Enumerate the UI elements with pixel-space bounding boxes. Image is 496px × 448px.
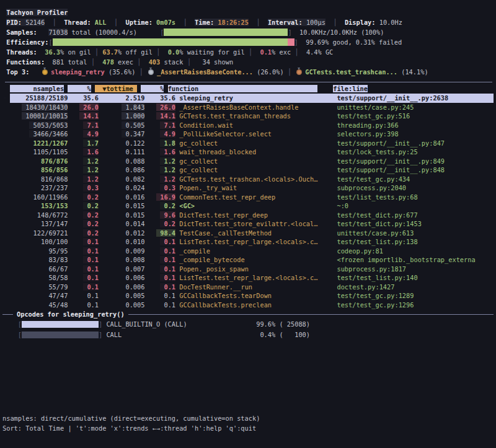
text-fg: [45, 58, 52, 66]
cell-tottime: 1.000: [122, 112, 144, 120]
cell-function: GCTests.test_trashcan_threads: [179, 112, 291, 120]
text-fg: (26.0%): [253, 68, 288, 76]
cell-direct-pct: 4.9: [83, 130, 99, 138]
table-row[interactable]: ▶ 25188/25189 35.6 2.519 35.6 sleeping_r…: [2, 94, 494, 103]
cell-tottime: 0.014: [122, 220, 144, 227]
cell-nsamples: 10001/10015: [22, 112, 68, 120]
table-row[interactable]: 66/67 0.1 0.007 0.1 Popen._posix_spawn s…: [2, 265, 494, 274]
profiler-terminal: Tachyon Profiler PID: 52146 │ Thread: AL…: [0, 0, 496, 448]
cell-function: GCCallbackTests.tearDown: [179, 292, 272, 299]
column-header-file-line[interactable]: file:line: [333, 85, 368, 92]
cell-function: gc_collect: [179, 166, 218, 173]
cell-file-line: unittest/case.py:613: [337, 229, 414, 237]
cell-tottime: 0.009: [122, 247, 144, 255]
gold-medal-icon: [41, 68, 49, 76]
text-fg: [187, 19, 195, 26]
table-row[interactable]: 95/95 0.1 0.009 0.1 _compile codeop.py:8…: [2, 247, 494, 256]
table-row[interactable]: 876/876 1.2 0.088 1.2 gc_collect test/su…: [2, 157, 494, 166]
table-row[interactable]: 45/48 0.1 0.005 0.1 GCCallbackTests.prec…: [2, 301, 494, 310]
text-amb: 403: [149, 58, 161, 66]
cell-function: CommonTest.test_repr_deep: [179, 193, 275, 201]
cell-tottime: 0.010: [122, 238, 144, 245]
table-row[interactable]: 1105/1105 1.6 0.111 1.6 wait_threads_blo…: [2, 147, 494, 157]
table-row[interactable]: 47/47 0.1 0.005 0.1 GCCallbackTests.tear…: [2, 291, 494, 301]
table-row[interactable]: 3466/3466 4.9 0.347 4.9 _PollLikeSelecto…: [2, 130, 494, 139]
cell-nsamples: 876/876: [37, 157, 68, 165]
table-row[interactable]: 10001/10015 14.1 1.000 14.1 GCTests.test…: [2, 112, 494, 121]
cell-nsamples: 153/153: [37, 202, 68, 209]
table-row[interactable]: 816/868 1.2 0.082 1.2 GCTests.test_trash…: [2, 175, 494, 184]
cell-cumulative-pct: 1.2: [160, 175, 175, 183]
table-row[interactable]: 153/153 0.2 0.015 0.2 <GC> ~:0: [2, 201, 494, 211]
cell-cumulative-pct: 7.1: [160, 121, 175, 129]
cell-nsamples: 18430/18430: [22, 103, 68, 111]
table-row[interactable]: 237/237 0.3 0.024 0.3 Popen._try_wait su…: [2, 183, 494, 193]
text-fg: 10.0KHz/10.0KHz (100%): [292, 29, 384, 36]
functions-line: Functions: 881 total │ 478 exec │ 403 st…: [2, 57, 428, 67]
cell-file-line: test/test_list.py:140: [337, 274, 417, 281]
efficiency-progress-bar: [53, 38, 294, 46]
cell-nsamples: 100/100: [37, 238, 68, 245]
silver-medal-icon: [147, 68, 155, 76]
text-fg: [29, 68, 41, 76]
cell-cumulative-pct: 14.1: [156, 112, 175, 120]
text-fg: stack: [160, 58, 187, 66]
table-row[interactable]: 5053/5053 7.1 0.505 7.1 Condition.wait t…: [2, 121, 494, 130]
text-fg: [95, 58, 102, 66]
column-header-tottime[interactable]: ▼tottime: [95, 85, 137, 92]
text-amb: _AssertRaisesBaseConte...: [157, 68, 253, 76]
cell-tottime: 0.005: [122, 292, 144, 299]
cell-direct-pct: 0.2: [83, 229, 99, 237]
cell-nsamples: 58/58: [45, 274, 68, 281]
efficiency-line: Efficiency:[] 99.69% good, 0.31% failed: [2, 37, 428, 47]
cell-tottime: 0.082: [122, 175, 144, 183]
text-grn: ALL: [95, 19, 107, 26]
text-grn: 0m07s: [156, 19, 175, 26]
cell-tottime: 0.505: [122, 121, 144, 129]
cell-tottime: 0.086: [122, 166, 144, 173]
table-row[interactable]: 58/58 0.1 0.006 0.1 ListTest.test_repr_l…: [2, 273, 494, 283]
table-row[interactable]: 856/856 1.2 0.086 1.2 gc_collect test/su…: [2, 165, 494, 175]
cell-nsamples: 148/6772: [33, 211, 68, 219]
table-row[interactable]: 137/147 0.2 0.014 0.2 DictTest.test_stor…: [2, 219, 494, 229]
table-row[interactable]: 160/11966 0.2 0.016 16.9 CommonTest.test…: [2, 193, 494, 202]
cell-function: _compile_bytecode: [179, 256, 244, 263]
text-red: 0.1: [260, 48, 272, 56]
cell-cumulative-pct: 0.1: [160, 238, 175, 245]
text-fg: [37, 48, 45, 56]
cell-file-line: test/list_tests.py:68: [337, 193, 417, 201]
column-header-cumulative-pct[interactable]: %: [141, 85, 164, 92]
table-row[interactable]: 83/83 0.1 0.008 0.1 _compile_bytecode <f…: [2, 255, 494, 265]
column-header-direct-pct[interactable]: %: [68, 85, 91, 92]
column-header-nsamples[interactable]: nsamples: [10, 85, 64, 92]
text-lbl: Time:: [195, 19, 218, 26]
opcode-row: [] CALL 0.4% ( 100): [2, 330, 494, 340]
table-row[interactable]: 122/69721 0.2 0.012 98.4 TestCase._callT…: [2, 229, 494, 238]
cell-file-line: test/lock_tests.py:25: [337, 148, 417, 156]
cell-file-line: test/test_list.py:138: [337, 238, 417, 245]
cell-cumulative-pct: 9.6: [160, 211, 175, 219]
opcode-row: [] CALL_BUILTIN_O (CALL) 99.6% ( 25088): [2, 319, 494, 330]
cell-tottime: 0.007: [122, 265, 144, 273]
cell-direct-pct: 1.7: [83, 139, 99, 147]
table-row[interactable]: 148/6772 0.2 0.015 9.6 DictTest.test_rep…: [2, 211, 494, 220]
cell-cumulative-pct: 0.2: [160, 220, 175, 227]
text-fg: [37, 29, 49, 36]
table-row[interactable]: 100/100 0.1 0.010 0.1 ListTest.test_repr…: [2, 237, 494, 247]
table-row[interactable]: 18430/18430 26.0 1.843 26.0 _AssertRaise…: [2, 103, 494, 112]
text-amb: 63.7: [102, 48, 118, 56]
text-fg: shown: [210, 58, 233, 66]
cell-nsamples: 95/95: [45, 247, 68, 255]
cell-file-line: ~:0: [337, 202, 348, 209]
text-fg: 100µs: [306, 19, 326, 26]
table-row[interactable]: 55/79 0.1 0.006 0.1 DocTestRunner.__run …: [2, 283, 494, 292]
header-panel: Tachyon Profiler PID: 52146 │ Thread: AL…: [2, 7, 428, 77]
cell-direct-pct: 35.6: [79, 94, 99, 102]
cell-nsamples: 45/48: [45, 301, 68, 309]
text-grn: 36.3: [45, 48, 60, 56]
cell-function: _AssertRaisesBaseContext.handle: [179, 103, 298, 111]
top-functions-line: Top 3: sleeping_retry (35.6%) │ _AssertR…: [2, 67, 428, 77]
column-header-function[interactable]: function: [168, 85, 318, 92]
cell-file-line: test/support/__init__.py:2638: [337, 94, 448, 102]
table-row[interactable]: 1221/1267 1.7 0.122 1.8 gc_collect test/…: [2, 139, 494, 148]
